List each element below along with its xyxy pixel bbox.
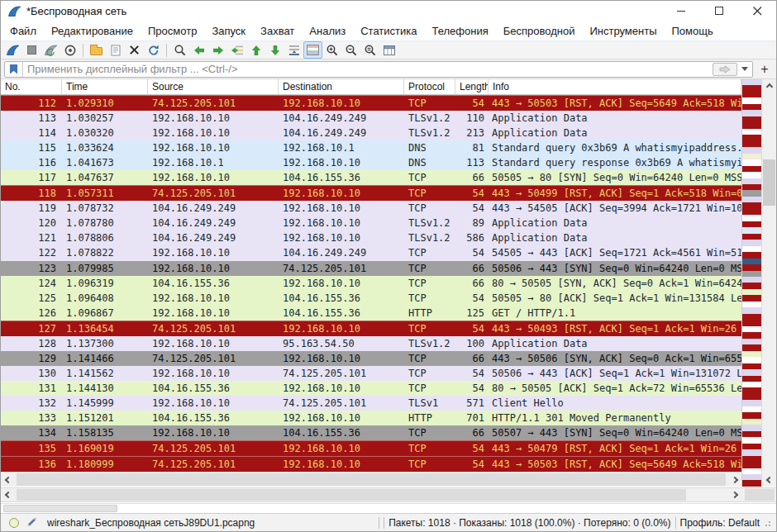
open-file-icon[interactable] (87, 41, 106, 59)
cell-time: 1.151201 (62, 412, 148, 424)
packet-row[interactable]: 1261.096867192.168.10.10104.16.155.36HTT… (1, 306, 741, 321)
packet-row[interactable]: 1301.141562192.168.10.1074.125.205.101TC… (1, 366, 741, 381)
packet-row[interactable]: 1321.145999192.168.10.1074.125.205.101TL… (1, 396, 741, 411)
close-button[interactable] (738, 1, 776, 21)
packet-list-hscrollbar[interactable] (1, 472, 741, 487)
lower-hscroll-right-arrow[interactable] (727, 488, 741, 501)
cell-len: 81 (455, 142, 489, 154)
packet-row[interactable]: 1241.096319104.16.155.36192.168.10.10TCP… (1, 276, 741, 291)
cell-len: 66 (455, 427, 489, 439)
menu-item-10[interactable]: Помощь (665, 22, 721, 40)
cell-no: 127 (1, 323, 62, 335)
menu-item-6[interactable]: Статистика (353, 22, 424, 40)
column-header-source[interactable]: Source (148, 79, 279, 94)
add-filter-button[interactable]: + (756, 62, 773, 77)
packet-row[interactable]: 1351.16901974.125.205.101192.168.10.10TC… (1, 440, 741, 456)
go-last-packet-icon[interactable] (265, 41, 284, 59)
filter-history-dropdown[interactable] (739, 63, 751, 76)
go-forward-icon[interactable] (208, 41, 227, 59)
packet-row[interactable]: 1201.078780104.16.249.249192.168.10.10TL… (1, 216, 741, 230)
save-file-icon[interactable] (106, 41, 125, 59)
packet-row[interactable]: 1281.137300192.168.10.1095.163.54.50TLSv… (1, 336, 741, 351)
column-header-time[interactable]: Time (62, 79, 148, 94)
display-filter-input[interactable]: Применить дисплейный фильтр ... <Ctrl-/> (4, 61, 753, 78)
column-header-length[interactable]: Length (455, 79, 489, 94)
packet-row[interactable]: 1361.18099974.125.205.101192.168.10.10TC… (1, 456, 741, 472)
packet-row[interactable]: 1161.041673192.168.10.1192.168.10.10DNS1… (1, 155, 741, 170)
packet-row[interactable]: 1171.047637192.168.10.10104.16.155.36TCP… (1, 170, 741, 185)
column-header-no[interactable]: No. (1, 79, 62, 94)
maximize-button[interactable] (700, 1, 738, 21)
colorize-packets-icon[interactable] (303, 41, 322, 59)
packet-row[interactable]: 1341.158135192.168.10.10104.16.155.36TCP… (1, 425, 741, 440)
cell-proto: HTTP (404, 307, 455, 319)
filter-bookmark-icon[interactable] (5, 62, 23, 77)
menu-item-7[interactable]: Телефония (424, 22, 495, 40)
reload-file-icon[interactable] (144, 41, 163, 59)
zoom-out-icon[interactable] (341, 41, 360, 59)
menu-item-9[interactable]: Инструменты (582, 22, 664, 40)
packet-row[interactable]: 1231.079985192.168.10.1074.125.205.101TC… (1, 261, 741, 276)
cell-info: 443 → 50503 [RST, ACK] Seq=5649 Ack=518 … (489, 97, 741, 109)
cell-no: 116 (1, 157, 62, 169)
apply-filter-button[interactable] (713, 63, 737, 76)
packet-row[interactable]: 1291.14146674.125.205.101192.168.10.10TC… (1, 351, 741, 366)
packet-row[interactable]: 1121.02931074.125.205.101192.168.10.10TC… (1, 95, 741, 111)
go-to-packet-icon[interactable] (227, 41, 246, 59)
cell-no: 117 (1, 172, 62, 183)
go-first-packet-icon[interactable] (246, 41, 265, 59)
packet-row[interactable]: 1211.078806104.16.249.249192.168.10.10TL… (1, 230, 741, 245)
menu-item-3[interactable]: Запуск (204, 22, 253, 40)
cell-src: 104.16.249.249 (148, 217, 279, 229)
minimize-button[interactable] (662, 1, 700, 21)
cell-proto: TLSv1.2 (404, 217, 455, 229)
stop-capture-icon[interactable] (22, 41, 41, 59)
lower-hscrollbar[interactable] (1, 487, 776, 502)
packet-row[interactable]: 1191.078732104.16.249.249192.168.10.10TC… (1, 201, 741, 216)
cell-no: 128 (1, 338, 62, 349)
packet-row[interactable]: 1331.151201104.16.155.36192.168.10.10HTT… (1, 411, 741, 425)
column-header-info[interactable]: Info (489, 79, 741, 94)
vscroll-thumb[interactable] (763, 159, 775, 206)
menu-item-5[interactable]: Анализ (302, 22, 353, 40)
go-back-icon[interactable] (189, 41, 208, 59)
close-file-icon[interactable] (125, 41, 144, 59)
start-capture-icon[interactable] (3, 41, 22, 59)
packet-row[interactable]: 1181.05731174.125.205.101192.168.10.10TC… (1, 185, 741, 201)
packet-row[interactable]: 1271.13645474.125.205.101192.168.10.10TC… (1, 321, 741, 336)
packet-row[interactable]: 1151.033624192.168.10.10192.168.10.1DNS8… (1, 140, 741, 155)
menu-item-1[interactable]: Редактирование (44, 22, 141, 40)
packet-row[interactable]: 1251.096408192.168.10.10104.16.155.36TCP… (1, 291, 741, 306)
find-packet-icon[interactable] (170, 41, 189, 59)
menu-item-4[interactable]: Захват (253, 22, 302, 40)
resize-columns-icon[interactable] (379, 41, 398, 59)
cell-no: 120 (1, 217, 62, 229)
column-header-destination[interactable]: Destination (279, 79, 404, 94)
zoom-reset-icon[interactable] (360, 41, 379, 59)
menu-item-8[interactable]: Беспроводной (496, 22, 583, 40)
packet-row[interactable]: 1221.078822192.168.10.10104.16.249.249TC… (1, 245, 741, 260)
packet-list-vscrollbar[interactable] (761, 79, 776, 487)
capture-options-icon[interactable] (60, 41, 79, 59)
menu-item-0[interactable]: Файл (2, 22, 44, 40)
packet-row[interactable]: 1311.144130104.16.155.36192.168.10.10TCP… (1, 381, 741, 396)
vscroll-down-arrow[interactable] (762, 473, 776, 487)
packet-row[interactable]: 1131.030257192.168.10.10104.16.249.249TL… (1, 111, 741, 126)
auto-scroll-icon[interactable] (284, 41, 303, 59)
packet-row[interactable]: 1141.030320192.168.10.10104.16.249.249TL… (1, 126, 741, 140)
annotation-pencil-icon[interactable] (26, 515, 37, 530)
collapsed-pane-scrollbar[interactable] (1, 503, 776, 513)
zoom-in-icon[interactable] (322, 41, 341, 59)
hscroll-left-arrow[interactable] (1, 473, 15, 487)
intelligent-scrollbar-minimap[interactable] (741, 79, 761, 487)
profile-label[interactable]: Профиль: Default (680, 517, 760, 529)
hscroll-right-arrow[interactable] (727, 473, 741, 487)
column-header-protocol[interactable]: Protocol (404, 79, 455, 94)
resize-grip[interactable] (765, 519, 773, 527)
restart-capture-icon[interactable] (41, 41, 60, 59)
menu-item-2[interactable]: Просмотр (141, 22, 204, 40)
vscroll-up-arrow[interactable] (762, 79, 776, 93)
cell-src: 104.16.155.36 (148, 278, 279, 289)
expert-info-icon[interactable] (9, 518, 19, 528)
lower-hscroll-left-arrow[interactable] (1, 488, 15, 501)
